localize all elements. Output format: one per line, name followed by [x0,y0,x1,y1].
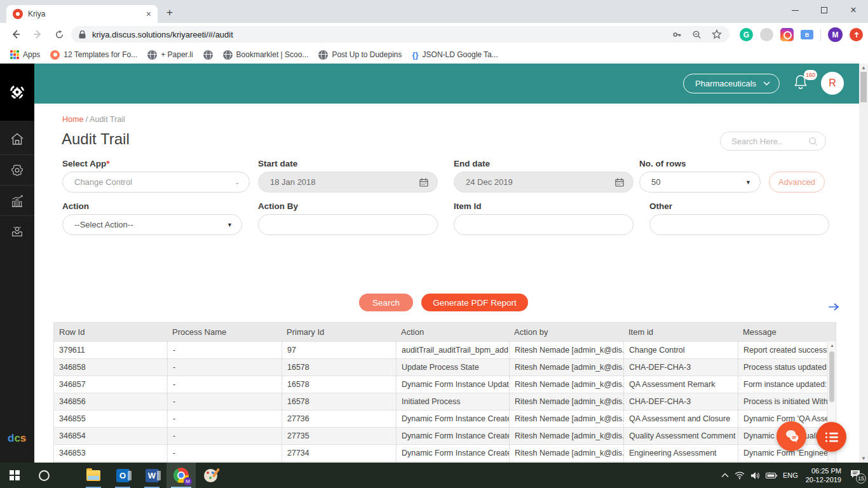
outlook-button[interactable]: O [108,463,137,488]
window-close-button[interactable]: × [839,0,868,20]
select-app-label: Select App* [62,159,110,168]
bookmark-apps[interactable]: Apps [10,50,40,59]
search-icon [808,137,818,146]
address-bar[interactable]: kriya.discus.solutions/kriyareeti/#/audi… [71,26,729,43]
column-header[interactable]: Item id [623,327,738,337]
kriya-logo[interactable] [0,64,34,121]
paint-button[interactable] [196,463,225,488]
table-cell: CHA-DEF-CHA-3 [623,359,738,376]
battery-icon[interactable] [766,472,777,479]
column-header[interactable]: Primary Id [281,327,396,337]
apps-grid-icon [10,50,19,59]
bookmark-dudepins[interactable]: Post Up to Dudepins [318,50,402,60]
notifications-bell[interactable]: 160 [793,74,812,94]
password-key-icon[interactable] [672,30,682,39]
volume-icon[interactable] [750,471,760,480]
sidebar-item-vendor[interactable] [0,215,34,246]
end-date-input[interactable]: 24 Dec 2019 [454,172,634,193]
column-header[interactable]: Process Name [167,327,281,337]
new-tab-button[interactable]: + [166,6,173,19]
grammarly-extension-icon[interactable]: G [740,28,753,41]
bookmark-templates[interactable]: 12 Templates for Fo... [50,50,137,60]
action-dropdown[interactable]: --Select Action-- ▼ [62,214,242,235]
window-minimize-button[interactable] [780,0,810,20]
language-indicator[interactable]: ENG [783,471,798,479]
table-row[interactable]: 346854-27735Dynamic Form Instance Create… [54,427,836,444]
back-button[interactable] [8,26,24,43]
bookmark-jsonld[interactable]: {} JSON-LD Google Ta... [412,50,498,60]
search-input[interactable]: Search Here.. [720,132,826,151]
tab-close-icon[interactable]: × [146,9,151,19]
table-cell: Ritesh Nemade [admin_k@dis... [509,428,623,444]
column-header[interactable]: Action [396,327,509,337]
action-by-input[interactable] [258,214,438,235]
breadcrumb-home-link[interactable]: Home [62,115,83,124]
action-by-label: Action By [258,201,298,211]
table-row[interactable]: 346853-27734Dynamic Form Instance Create… [54,444,836,461]
action-center-button[interactable]: 15 [850,470,860,481]
table-cell: 16578 [281,393,396,410]
window-maximize-button[interactable] [810,0,839,20]
browser-tab[interactable]: Kriya × [6,5,158,23]
start-date-input[interactable]: 18 Jan 2018 [258,172,438,193]
table-scrollbar-thumb[interactable] [829,351,834,402]
bookmark-unnamed[interactable] [203,50,213,60]
menu-fab-button[interactable] [817,422,846,452]
table-cell: 27735 [281,428,396,444]
sidebar-item-home[interactable] [0,124,34,154]
bookmark-star-icon[interactable] [712,29,722,39]
refresh-button[interactable] [51,26,67,43]
page-scrollbar-thumb[interactable] [860,72,867,102]
generate-pdf-button[interactable]: Generate PDF Report [421,294,528,311]
hubspot-menu-icon[interactable] [850,28,863,41]
extension-icon[interactable] [760,28,773,41]
caret-down-icon: ▼ [227,222,233,228]
table-row[interactable]: 346858-16578Update Process StateRitesh N… [54,358,836,376]
chrome-button[interactable]: M [166,463,196,488]
column-header[interactable]: Message [738,327,828,337]
file-explorer-button[interactable] [79,463,108,488]
sidebar-item-reports[interactable] [0,185,34,215]
bookmark-bookmarklet[interactable]: Bookmarklet | Scoo... [223,50,309,60]
column-header[interactable]: Row Id [54,327,167,337]
org-selector[interactable]: Pharmaceuticals [683,74,780,93]
zoom-icon[interactable] [692,30,702,39]
tag-extension-icon[interactable]: B [801,30,813,39]
table-cell: - [167,445,281,461]
gear-icon [10,163,24,177]
column-header[interactable]: Action by [509,327,623,337]
instagram-extension-icon[interactable] [780,28,794,41]
user-avatar[interactable]: R [821,72,844,95]
select-app-dropdown[interactable]: Change Control ⌄ [62,172,250,193]
scroll-up-icon[interactable]: ▲ [859,65,868,71]
table-cell: 16578 [281,359,396,376]
start-button[interactable] [0,463,29,488]
item-id-input[interactable] [454,214,634,235]
table-cell: Ritesh Nemade [admin_k@dis... [509,445,623,461]
cortana-button[interactable] [29,463,58,488]
table-cell: Change Control [623,342,738,358]
table-row[interactable]: 346855-27736Dynamic Form Instance Create… [54,410,836,427]
tray-expand-icon[interactable] [721,473,729,478]
bookmark-paperli[interactable]: + Paper.li [147,50,193,60]
clock[interactable]: 06:25 PM 20-12-2019 [806,466,841,484]
other-input[interactable] [649,214,829,235]
wifi-icon[interactable] [735,471,745,479]
action-center-count: 15 [856,473,866,484]
word-button[interactable]: W [137,463,166,488]
advanced-button[interactable]: Advanced [769,172,825,193]
search-button[interactable]: Search [359,294,413,311]
table-row[interactable]: 379611-97auditTrail_auditTrail_bpm_add..… [54,341,836,358]
profile-avatar[interactable]: M [828,27,843,42]
next-page-arrow-icon[interactable] [828,302,839,313]
table-row[interactable]: 346857-16578Dynamic Form Instance Update… [54,376,836,393]
sidebar-item-settings[interactable] [0,154,34,185]
scroll-up-icon[interactable]: ▲ [828,343,836,348]
scroll-down-icon[interactable]: ▼ [859,456,868,461]
forward-button[interactable] [29,26,46,43]
chat-fab-button[interactable] [776,421,806,451]
rows-dropdown[interactable]: 50 ▼ [639,172,761,193]
table-row[interactable]: 346856-16578Initiated ProcessRitesh Nema… [54,393,836,410]
page-scrollbar[interactable]: ▲ ▼ [859,64,868,463]
table-cell: 346856 [54,393,167,410]
